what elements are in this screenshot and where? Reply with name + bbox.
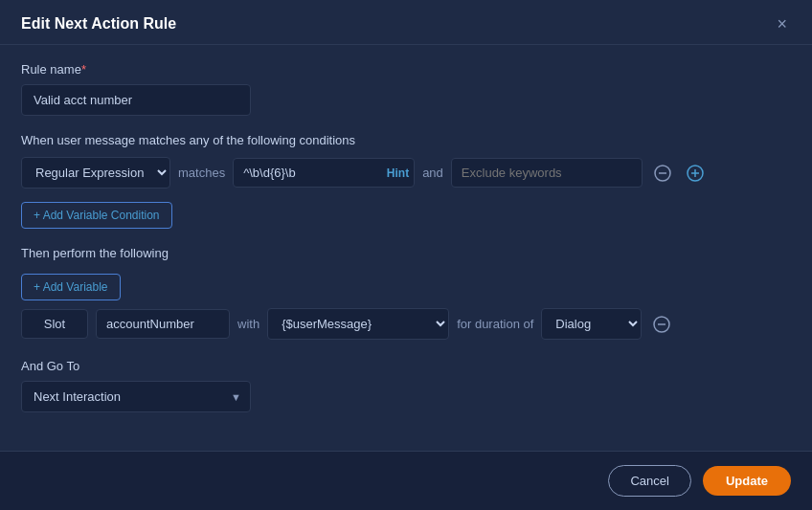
modal-body: Rule name* When user message matches any…: [0, 45, 812, 451]
go-to-select-wrapper: Next Interaction End Dialog Other ▼: [21, 381, 251, 412]
then-perform-section: Then perform the following + Add Variabl…: [21, 246, 791, 340]
add-variable-wrapper: + Add Variable: [21, 270, 791, 300]
add-variable-condition-wrapper: + Add Variable Condition: [21, 198, 791, 229]
add-variable-button[interactable]: + Add Variable: [21, 274, 121, 300]
remove-slot-button[interactable]: [649, 314, 674, 335]
modal-overlay: Edit Next Action Rule × Rule name* When …: [0, 0, 812, 510]
go-to-label: And Go To: [21, 359, 791, 373]
and-label: and: [422, 166, 443, 180]
rule-name-field: Rule name*: [21, 62, 791, 116]
modal-title: Edit Next Action Rule: [21, 15, 176, 33]
minus-circle-icon: [654, 165, 671, 182]
duration-select[interactable]: Dialog Session Forever: [541, 308, 642, 340]
condition-type-select[interactable]: Regular Expression Exact Match Contains: [21, 157, 170, 188]
hint-badge[interactable]: Hint: [387, 166, 409, 180]
exclude-keywords-input[interactable]: [451, 158, 643, 188]
add-variable-condition-button[interactable]: + Add Variable Condition: [21, 202, 172, 229]
then-perform-label: Then perform the following: [21, 246, 791, 260]
plus-circle-icon: [687, 165, 704, 182]
condition-row: Regular Expression Exact Match Contains …: [21, 157, 791, 188]
modal-header: Edit Next Action Rule ×: [0, 0, 812, 45]
remove-condition-button[interactable]: [650, 163, 675, 184]
minus-circle-slot-icon: [653, 316, 670, 333]
value-select[interactable]: {$userMessage} Other: [267, 308, 449, 340]
rule-name-label: Rule name*: [21, 62, 791, 77]
close-button[interactable]: ×: [771, 13, 793, 34]
add-condition-button[interactable]: [683, 163, 708, 184]
regex-input-wrapper: Hint: [233, 158, 415, 188]
edit-rule-modal: Edit Next Action Rule × Rule name* When …: [0, 0, 812, 510]
matches-label: matches: [178, 166, 225, 180]
with-label: with: [237, 317, 259, 331]
cancel-button[interactable]: Cancel: [608, 465, 690, 497]
slot-label: Slot: [21, 309, 88, 339]
slot-name-input[interactable]: [96, 309, 230, 339]
modal-footer: Cancel Update: [0, 451, 812, 510]
update-button[interactable]: Update: [703, 466, 791, 496]
and-go-to-section: And Go To Next Interaction End Dialog Ot…: [21, 359, 791, 412]
rule-name-input[interactable]: [21, 84, 251, 116]
duration-label: for duration of: [457, 317, 533, 331]
go-to-select[interactable]: Next Interaction End Dialog Other: [21, 381, 251, 412]
conditions-section-title: When user message matches any of the fol…: [21, 133, 791, 147]
slot-row: Slot with {$userMessage} Other for durat…: [21, 308, 791, 340]
